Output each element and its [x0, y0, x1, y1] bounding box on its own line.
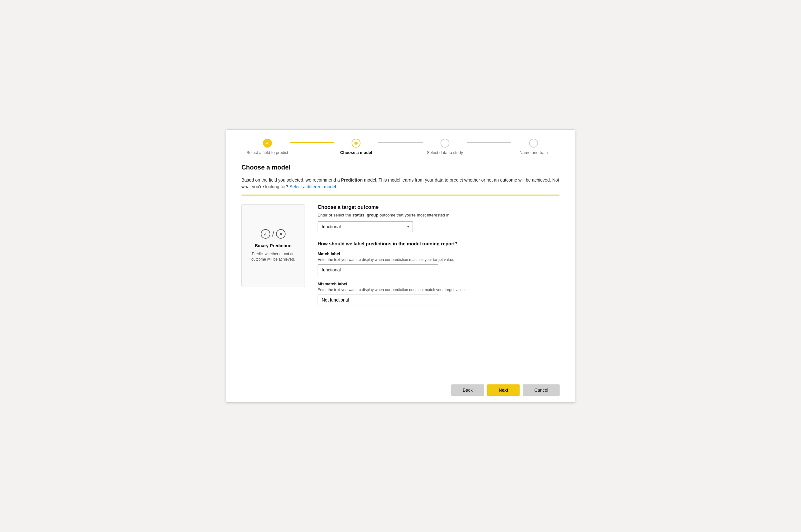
mismatch-label-description: Enter the text you want to display when …	[318, 288, 560, 292]
main-content: Choose a model Based on the field you se…	[226, 155, 575, 365]
step-3-circle	[441, 139, 449, 148]
cancel-button[interactable]: Cancel	[523, 384, 560, 396]
select-different-model-link[interactable]: Select a different model	[289, 184, 336, 189]
page-title: Choose a model	[241, 164, 560, 171]
match-label-heading: Match label	[318, 251, 560, 256]
model-card: ✓ / ✕ Binary Prediction Predict whether …	[241, 205, 305, 287]
match-label-description: Enter the text you want to display when …	[318, 258, 560, 262]
binary-prediction-icon: ✓ / ✕	[261, 229, 286, 239]
step-4: Name and train	[511, 139, 556, 155]
step-4-circle	[529, 139, 538, 148]
step-3: Select data to study	[423, 139, 467, 155]
step-2-dot	[354, 141, 358, 145]
gold-divider	[241, 194, 560, 195]
connector-1-2	[290, 142, 334, 143]
info-box: Based on the field you selected, we reco…	[241, 177, 560, 190]
mismatch-label-group: Mismatch label Enter the text you want t…	[318, 282, 560, 305]
target-outcome-select[interactable]: functional functional needs repair non f…	[318, 221, 413, 232]
footer: Back Next Cancel	[226, 378, 575, 402]
info-text-before: Based on the field you selected, we reco…	[241, 177, 341, 183]
step-2-label: Choose a model	[340, 150, 372, 155]
label-section-title: How should we label predictions in the m…	[318, 241, 560, 246]
step-1-check: ✓	[265, 140, 269, 146]
connector-2-3	[378, 142, 423, 143]
step-3-label: Select data to study	[427, 150, 463, 155]
back-button[interactable]: Back	[451, 384, 484, 396]
info-model-name: Prediction	[341, 177, 363, 183]
model-layout: ✓ / ✕ Binary Prediction Predict whether …	[241, 205, 560, 312]
main-window: ✓ Select a field to predict Choose a mod…	[226, 130, 575, 402]
step-2: Choose a model	[334, 139, 378, 155]
subtitle-field: status_group	[352, 213, 378, 217]
step-1-circle: ✓	[263, 139, 272, 148]
mismatch-label-heading: Mismatch label	[318, 282, 560, 286]
target-outcome-select-wrapper: functional functional needs repair non f…	[318, 221, 413, 232]
step-1: ✓ Select a field to predict	[245, 139, 290, 155]
step-4-label: Name and train	[520, 150, 548, 155]
step-2-circle	[352, 139, 360, 148]
target-outcome-subtitle: Enter or select the status_group outcome…	[318, 213, 560, 217]
subtitle-after: outcome that you're most interested in.	[378, 213, 450, 217]
match-label-group: Match label Enter the text you want to d…	[318, 251, 560, 275]
target-outcome-title: Choose a target outcome	[318, 205, 560, 210]
slash-divider: /	[272, 229, 275, 239]
subtitle-before: Enter or select the	[318, 213, 352, 217]
model-form: Choose a target outcome Enter or select …	[318, 205, 560, 312]
match-label-input[interactable]	[318, 264, 438, 275]
next-button[interactable]: Next	[487, 384, 520, 396]
connector-3-4	[467, 142, 512, 143]
step-1-label: Select a field to predict	[246, 150, 288, 155]
mismatch-label-input[interactable]	[318, 294, 438, 305]
model-card-description: Predict whether or not an outcome will b…	[247, 251, 299, 262]
stepper: ✓ Select a field to predict Choose a mod…	[226, 130, 575, 155]
check-circle: ✓	[261, 229, 270, 239]
model-card-title: Binary Prediction	[255, 243, 292, 248]
x-circle: ✕	[276, 229, 285, 239]
